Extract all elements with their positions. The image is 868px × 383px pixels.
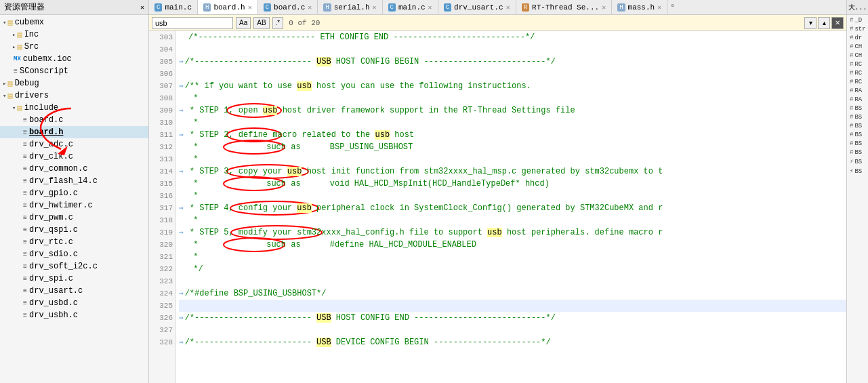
tab-overflow[interactable]: ⁶	[667, 0, 678, 14]
explorer-item-cubemx[interactable]: ▾▤cubemx	[0, 16, 148, 28]
tab-close-drv_usart_c[interactable]: ✕	[506, 3, 510, 12]
right-panel: 大... #_D#str#dr#CH#CH#RC#RC#RC#RA#RA#BS#…	[846, 0, 868, 383]
right-panel-text-6: RC	[854, 70, 862, 77]
right-panel-icon-11: #	[850, 114, 853, 121]
right-panel-item-17[interactable]: ⚡BS	[848, 167, 867, 176]
explorer-item-board.c[interactable]: ≡board.c	[0, 114, 148, 126]
right-panel-title: 大...	[847, 0, 868, 15]
tab-board_h[interactable]: Hboard.h✕	[198, 0, 258, 15]
code-editor[interactable]: 3033043053063073083093103113123133143153…	[149, 31, 846, 383]
right-panel-text-17: BS	[854, 168, 862, 175]
tab-main_c_1[interactable]: Cmain.c	[149, 0, 198, 15]
explorer-close-icon[interactable]: ✕	[140, 3, 144, 12]
right-panel-item-5[interactable]: #RC	[848, 60, 867, 68]
search-next-btn[interactable]: ▴	[818, 17, 830, 29]
explorer-item-Debug[interactable]: ▸▤Debug	[0, 77, 148, 89]
explorer-item-drv_qspi.c[interactable]: ≡drv_qspi.c	[0, 224, 148, 236]
tab-close-serial_h[interactable]: ✕	[373, 3, 377, 12]
code-line-306	[179, 68, 846, 80]
explorer-item-drivers[interactable]: ▾▤drivers	[0, 89, 148, 102]
search-prev-btn[interactable]: ▾	[804, 17, 817, 29]
explorer-item-Inc[interactable]: ▸▤Inc	[0, 28, 148, 41]
explorer-item-drv_rtc.c[interactable]: ≡drv_rtc.c	[0, 236, 148, 248]
right-panel-item-3[interactable]: #CH	[848, 43, 867, 51]
arrow-marker-326: ⇒	[179, 312, 184, 324]
tab-label-main_c_2: main.c	[398, 3, 426, 12]
tab-close-mass_h[interactable]: ✕	[657, 3, 661, 12]
explorer-item-drv_usart.c[interactable]: ≡drv_usart.c	[0, 285, 148, 297]
tab-drv_usart_c[interactable]: Cdrv_usart.c✕	[438, 0, 516, 15]
explorer-item-drv_common.c[interactable]: ≡drv_common.c	[0, 163, 148, 175]
explorer-item-label-include: include	[24, 103, 58, 113]
right-panel-icon-8: #	[850, 87, 853, 94]
tab-close-main_c_2[interactable]: ✕	[428, 3, 432, 12]
line-number-316: 316	[152, 190, 173, 202]
explorer-item-label-drivers: drivers	[15, 91, 49, 100]
right-panel-item-0[interactable]: #_D	[848, 16, 867, 24]
code-line-314: ⇒ * STEP 3, copy your usb host init func…	[179, 165, 846, 178]
explorer-item-label-drv_qspi.c: drv_qspi.c	[29, 225, 78, 235]
right-panel-text-2: dr	[854, 35, 862, 41]
explorer-item-drv_usbd.c[interactable]: ≡drv_usbd.c	[0, 297, 148, 309]
explorer-item-board.h[interactable]: ≡board.h	[0, 126, 148, 138]
right-panel-item-2[interactable]: #dr	[848, 34, 867, 42]
explorer-item-drv_adc.c[interactable]: ≡drv_adc.c	[0, 138, 148, 150]
tab-mass_h[interactable]: Hmass.h✕	[612, 0, 667, 15]
right-panel-item-14[interactable]: #BS	[848, 140, 867, 148]
arrow-marker-305: ⇒	[179, 56, 184, 68]
tab-label-main_c_1: main.c	[165, 3, 192, 12]
explorer-item-drv_spi.c[interactable]: ≡drv_spi.c	[0, 273, 148, 285]
code-content-316: *	[188, 190, 198, 202]
explorer-item-SConscript[interactable]: ≡SConscript	[0, 65, 148, 77]
right-panel-item-9[interactable]: #RA	[848, 96, 867, 104]
search-option-regex[interactable]: .*	[272, 17, 284, 29]
tab-rt_thread_se[interactable]: RRT-Thread Se...✕	[516, 0, 612, 15]
explorer-item-drv_usbh.c[interactable]: ≡drv_usbh.c	[0, 309, 148, 321]
right-panel-icon-5: #	[850, 61, 853, 68]
right-panel-item-4[interactable]: #CH	[848, 52, 867, 60]
explorer-item-cubemx.ioc[interactable]: MXcubemx.ioc	[0, 53, 148, 65]
explorer-item-drv_gpio.c[interactable]: ≡drv_gpio.c	[0, 187, 148, 199]
right-panel-icon-0: #	[850, 17, 853, 24]
explorer-item-drv_sdio.c[interactable]: ≡drv_sdio.c	[0, 248, 148, 260]
explorer-item-drv_soft_i2c.c[interactable]: ≡drv_soft_i2c.c	[0, 260, 148, 273]
code-content[interactable]: /*------------------------ ETH CONFIG EN…	[176, 31, 846, 383]
right-panel-item-8[interactable]: #RA	[848, 87, 867, 95]
tab-close-board_h[interactable]: ✕	[248, 3, 252, 12]
explorer-item-label-SConscript: SConscript	[20, 66, 68, 76]
line-number-314: 314	[152, 165, 173, 178]
tab-main_c_2[interactable]: Cmain.c✕	[383, 0, 438, 15]
explorer-item-include[interactable]: ▾▤include	[0, 102, 148, 114]
right-panel-item-7[interactable]: #RC	[848, 78, 867, 86]
search-input[interactable]	[152, 17, 233, 29]
tab-serial_h[interactable]: Hserial.h✕	[318, 0, 382, 15]
code-line-309: ⇒ * STEP 1, open usb host driver framewo…	[179, 104, 846, 117]
right-panel-text-14: BS	[854, 140, 862, 147]
right-panel-item-13[interactable]: #BS	[848, 131, 867, 139]
editor-area: Cmain.cHboard.h✕Cboard.c✕Hserial.h✕Cmain…	[149, 0, 846, 383]
tab-close-rt_thread_se[interactable]: ✕	[602, 3, 606, 12]
right-panel-item-1[interactable]: #str	[848, 25, 867, 33]
right-panel-item-16[interactable]: ⚡BS	[848, 157, 867, 166]
explorer-item-label-Debug: Debug	[15, 79, 39, 88]
explorer-item-drv_clk.c[interactable]: ≡drv_clk.c	[0, 150, 148, 163]
explorer-item-drv_hwtimer.c[interactable]: ≡drv_hwtimer.c	[0, 199, 148, 211]
code-line-319: ⇒ * STEP 5, modify your stm32xxxx_hal_co…	[179, 226, 846, 239]
line-number-303: 303	[152, 31, 173, 43]
search-option-aa[interactable]: Aa	[236, 17, 251, 29]
tab-board_c[interactable]: Cboard.c✕	[258, 0, 318, 15]
right-panel-text-0: _D	[854, 17, 862, 24]
right-panel-item-6[interactable]: #RC	[848, 69, 867, 77]
explorer-item-label-drv_spi.c: drv_spi.c	[29, 274, 73, 283]
right-panel-item-11[interactable]: #BS	[848, 113, 867, 121]
explorer-item-drv_flash_l4.c[interactable]: ≡drv_flash_l4.c	[0, 175, 148, 187]
right-panel-item-15[interactable]: #BS	[848, 148, 867, 157]
tab-icon-mass_h: H	[617, 3, 625, 12]
search-option-ab[interactable]: AB	[253, 17, 269, 29]
tab-close-board_c[interactable]: ✕	[308, 3, 312, 12]
right-panel-item-12[interactable]: #BS	[848, 122, 867, 130]
right-panel-item-10[interactable]: #BS	[848, 104, 867, 113]
search-close-btn[interactable]: ✕	[831, 17, 844, 29]
explorer-item-Src[interactable]: ▸▤Src	[0, 41, 148, 53]
explorer-item-drv_pwm.c[interactable]: ≡drv_pwm.c	[0, 211, 148, 224]
